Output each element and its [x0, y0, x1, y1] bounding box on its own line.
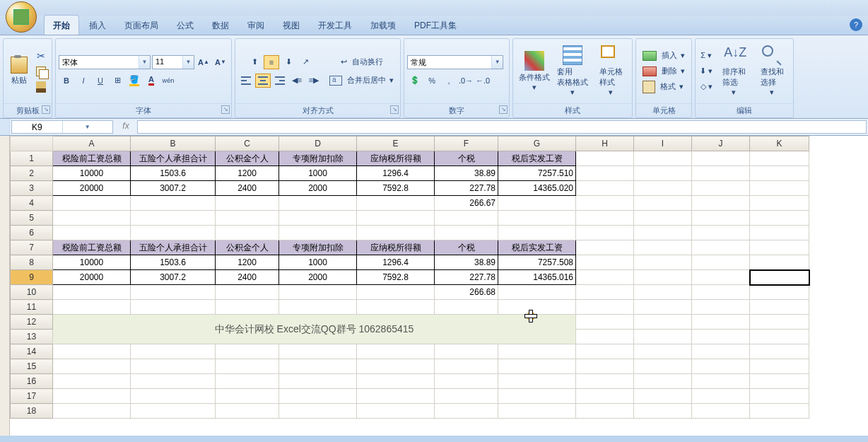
cell-C17[interactable]: [216, 389, 279, 404]
cell-E5[interactable]: [357, 211, 435, 226]
cell-G10[interactable]: [498, 285, 576, 300]
cell-E7[interactable]: 应纳税所得额: [357, 240, 435, 255]
insert-cell-button[interactable]: 插入 ▾: [639, 49, 688, 63]
cell-G9[interactable]: 14365.016: [498, 270, 576, 285]
cell-K6[interactable]: [750, 226, 809, 240]
cell-B3[interactable]: 3007.2: [131, 181, 216, 196]
cell-C9[interactable]: 2400: [216, 270, 279, 285]
col-header-D[interactable]: D: [279, 136, 357, 151]
paste-button[interactable]: 粘贴: [6, 54, 32, 88]
row-header-7[interactable]: 7: [11, 240, 53, 255]
cell-B14[interactable]: [131, 344, 216, 359]
cell-C11[interactable]: [216, 300, 279, 315]
cell-I9[interactable]: [634, 270, 692, 285]
row-header-10[interactable]: 10: [11, 285, 53, 300]
cell-H7[interactable]: [576, 240, 634, 255]
cell-A2[interactable]: 10000: [53, 166, 131, 181]
row-header-14[interactable]: 14: [11, 344, 53, 359]
cell-F8[interactable]: 38.89: [435, 255, 498, 270]
tab-insert[interactable]: 插入: [81, 16, 115, 35]
cell-C5[interactable]: [216, 211, 279, 226]
font-size-select[interactable]: 11▼: [152, 55, 194, 69]
cell-K7[interactable]: [750, 240, 809, 255]
cell-K4[interactable]: [750, 196, 809, 211]
align-right-button[interactable]: [272, 74, 288, 88]
cell-I4[interactable]: [634, 196, 692, 211]
cell-K5[interactable]: [750, 211, 809, 226]
align-top-button[interactable]: ⬆: [247, 55, 262, 69]
sort-filter-button[interactable]: A↓Z排序和 筛选▾: [715, 44, 752, 98]
table-format-button[interactable]: 套用 表格格式▾: [554, 44, 591, 98]
cell-B2[interactable]: 1503.6: [131, 166, 216, 181]
cell-B9[interactable]: 3007.2: [131, 270, 216, 285]
cell-K2[interactable]: [750, 166, 809, 181]
cell-E1[interactable]: 应纳税所得额: [357, 151, 435, 166]
cell-H2[interactable]: [576, 166, 634, 181]
cell-K8[interactable]: [750, 255, 809, 270]
cell-J5[interactable]: [692, 211, 750, 226]
col-header-C[interactable]: C: [216, 136, 279, 151]
cell-G4[interactable]: [498, 196, 576, 211]
cell-D7[interactable]: 专项附加扣除: [279, 240, 357, 255]
cell-G17[interactable]: [498, 389, 576, 404]
cell-A8[interactable]: 10000: [53, 255, 131, 270]
row-header-3[interactable]: 3: [11, 181, 53, 196]
cell-A7[interactable]: 税险前工资总额: [53, 240, 131, 255]
cell-F1[interactable]: 个税: [435, 151, 498, 166]
dialog-launcher[interactable]: ↘: [42, 105, 50, 114]
cell-C8[interactable]: 1200: [216, 255, 279, 270]
cell-A10[interactable]: [53, 285, 131, 300]
fill-color-button[interactable]: 🪣: [127, 74, 142, 88]
cell-H6[interactable]: [576, 226, 634, 240]
cell-I7[interactable]: [634, 240, 692, 255]
tab-view[interactable]: 视图: [274, 16, 308, 35]
cell-J16[interactable]: [692, 374, 750, 389]
cell-F4[interactable]: 266.67: [435, 196, 498, 211]
cell-D9[interactable]: 2000: [279, 270, 357, 285]
cell-D16[interactable]: [279, 374, 357, 389]
cell-D8[interactable]: 1000: [279, 255, 357, 270]
cell-J18[interactable]: [692, 404, 750, 419]
cell-I8[interactable]: [634, 255, 692, 270]
cell-F10[interactable]: 266.68: [435, 285, 498, 300]
cell-A4[interactable]: [53, 196, 131, 211]
tab-home[interactable]: 开始: [44, 15, 79, 35]
cell-D3[interactable]: 2000: [279, 181, 357, 196]
cell-A6[interactable]: [53, 226, 131, 240]
cell-B18[interactable]: [131, 404, 216, 419]
cell-J4[interactable]: [692, 196, 750, 211]
cell-I18[interactable]: [634, 404, 692, 419]
row-header-1[interactable]: 1: [11, 151, 53, 166]
cell-E8[interactable]: 1296.4: [357, 255, 435, 270]
cell-K12[interactable]: [750, 315, 809, 330]
cell-A16[interactable]: [53, 374, 131, 389]
align-bottom-button[interactable]: ⬇: [281, 55, 296, 69]
cell-I12[interactable]: [634, 315, 692, 330]
cell-E18[interactable]: [357, 404, 435, 419]
cell-I17[interactable]: [634, 389, 692, 404]
cell-E11[interactable]: [357, 300, 435, 315]
cell-H13[interactable]: [576, 330, 634, 344]
cell-I5[interactable]: [634, 211, 692, 226]
align-middle-button[interactable]: ≡: [264, 55, 279, 69]
cell-F3[interactable]: 227.78: [435, 181, 498, 196]
cell-B15[interactable]: [131, 359, 216, 374]
cell-J17[interactable]: [692, 389, 750, 404]
col-header-I[interactable]: I: [634, 136, 692, 151]
cell-D10[interactable]: [279, 285, 357, 300]
cell-H5[interactable]: [576, 211, 634, 226]
cell-F11[interactable]: [435, 300, 498, 315]
cell-C2[interactable]: 1200: [216, 166, 279, 181]
grid[interactable]: ABCDEFGHIJK1税险前工资总额五险个人承担合计公积金个人专项附加扣除应纳…: [10, 136, 810, 419]
cell-C1[interactable]: 公积金个人: [216, 151, 279, 166]
tab-review[interactable]: 审阅: [239, 16, 273, 35]
cell-G6[interactable]: [498, 226, 576, 240]
cell-K1[interactable]: [750, 151, 809, 166]
cell-B1[interactable]: 五险个人承担合计: [131, 151, 216, 166]
cell-C6[interactable]: [216, 226, 279, 240]
col-header-B[interactable]: B: [131, 136, 216, 151]
cell-F9[interactable]: 227.78: [435, 270, 498, 285]
cell-F2[interactable]: 38.89: [435, 166, 498, 181]
cell-J2[interactable]: [692, 166, 750, 181]
cell-F14[interactable]: [435, 344, 498, 359]
